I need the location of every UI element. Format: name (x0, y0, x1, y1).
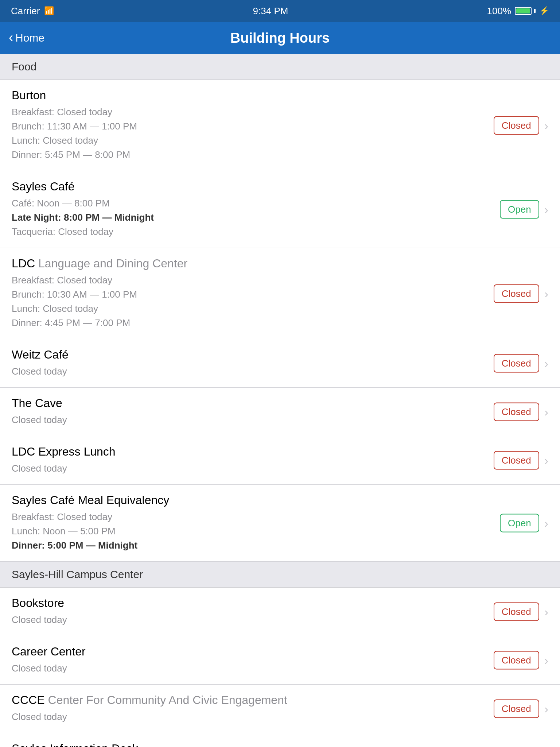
list-item-detail-the-cave: Closed today (12, 413, 490, 427)
list-item-bookstore[interactable]: BookstoreClosed todayClosed› (0, 588, 560, 636)
list-item-the-cave[interactable]: The CaveClosed todayClosed› (0, 388, 560, 436)
list-item-content-sayles-cafe: Sayles CaféCafé: Noon — 8:00 PMLate Nigh… (12, 180, 548, 239)
list-item-right-bookstore: Closed› (494, 603, 548, 621)
list-item-content-ldc: LDC Language and Dining CenterBreakfast:… (12, 257, 548, 330)
list-item-sayles-info[interactable]: Sayles Information Desk11:00 AM — 4:00 P… (0, 733, 560, 747)
wifi-icon: 📶 (44, 6, 54, 16)
list-item-content-career-center: Career CenterClosed today (12, 645, 548, 676)
list-item-ccce[interactable]: CCCE Center For Community And Civic Enga… (0, 685, 560, 733)
list-item-title-ccce: CCCE Center For Community And Civic Enga… (12, 693, 490, 707)
list-item-detail-ldc: Breakfast: Closed today (12, 273, 490, 287)
list-item-detail-sayles-meal: Breakfast: Closed today (12, 510, 490, 524)
list-item-title-ldc: LDC Language and Dining Center (12, 257, 490, 270)
list-item-sayles-cafe[interactable]: Sayles CaféCafé: Noon — 8:00 PMLate Nigh… (0, 171, 560, 248)
list-item-title-burton: Burton (12, 89, 490, 102)
list-item-right-the-cave: Closed› (494, 403, 548, 421)
list-item-weitz-cafe[interactable]: Weitz CaféClosed todayClosed› (0, 339, 560, 388)
chevron-right-icon-sayles-meal: › (544, 516, 548, 530)
list-item-detail-ldc: Dinner: 4:45 PM — 7:00 PM (12, 316, 490, 330)
list-item-content-ccce: CCCE Center For Community And Civic Enga… (12, 693, 548, 724)
list-item-content-bookstore: BookstoreClosed today (12, 596, 548, 627)
battery-icon (515, 7, 536, 15)
status-badge-ccce: Closed (494, 700, 539, 718)
list-item-detail-ccce: Closed today (12, 710, 490, 724)
battery-percent: 100% (487, 5, 512, 17)
status-badge-sayles-cafe: Open (500, 200, 539, 219)
list-item-detail-bookstore: Closed today (12, 613, 490, 627)
list-item-detail-weitz-cafe: Closed today (12, 364, 490, 379)
list-item-burton[interactable]: BurtonBreakfast: Closed todayBrunch: 11:… (0, 80, 560, 171)
list-item-right-sayles-cafe: Open› (500, 200, 548, 219)
chevron-right-icon-burton: › (544, 118, 548, 132)
list-item-detail-career-center: Closed today (12, 661, 490, 676)
list-item-detail-ldc-express: Closed today (12, 461, 490, 476)
content-root: FoodBurtonBreakfast: Closed todayBrunch:… (0, 54, 560, 747)
list-item-title-sayles-meal: Sayles Café Meal Equivalency (12, 494, 490, 507)
list-item-detail-sayles-cafe: Café: Noon — 8:00 PM (12, 196, 490, 210)
status-bar: Carrier 📶 9:34 PM 100% ⚡ (0, 0, 560, 22)
carrier-label: Carrier (11, 5, 40, 17)
list-item-content-sayles-meal: Sayles Café Meal EquivalencyBreakfast: C… (12, 494, 548, 553)
chevron-right-icon-bookstore: › (544, 605, 548, 619)
list-item-content-the-cave: The CaveClosed today (12, 396, 548, 427)
list-item-title-sayles-info: Sayles Information Desk (12, 742, 490, 747)
section-header-sayles-hill: Sayles-Hill Campus Center (0, 562, 560, 588)
list-item-content-weitz-cafe: Weitz CaféClosed today (12, 348, 548, 379)
list-item-right-ldc: Closed› (494, 284, 548, 303)
list-item-career-center[interactable]: Career CenterClosed todayClosed› (0, 636, 560, 685)
section-header-food: Food (0, 54, 560, 80)
list-item-detail-ldc: Lunch: Closed today (12, 302, 490, 316)
list-item-content-sayles-info: Sayles Information Desk11:00 AM — 4:00 P… (12, 742, 548, 747)
list-item-title-weitz-cafe: Weitz Café (12, 348, 490, 361)
status-badge-sayles-meal: Open (500, 514, 539, 533)
list-item-detail-sayles-meal: Dinner: 5:00 PM — Midnight (12, 538, 490, 553)
list-item-right-sayles-meal: Open› (500, 514, 548, 533)
list-item-detail-sayles-cafe: Late Night: 8:00 PM — Midnight (12, 210, 490, 225)
chevron-right-icon-ccce: › (544, 702, 548, 716)
list-item-right-ccce: Closed› (494, 700, 548, 718)
chevron-right-icon-ldc: › (544, 286, 548, 301)
list-item-detail-burton: Brunch: 11:30 AM — 1:00 PM (12, 119, 490, 133)
status-badge-career-center: Closed (494, 651, 539, 670)
page-title: Building Hours (230, 30, 330, 46)
status-badge-bookstore: Closed (494, 603, 539, 621)
list-item-detail-sayles-cafe: Tacqueria: Closed today (12, 225, 490, 239)
list-item-title-career-center: Career Center (12, 645, 490, 658)
status-bar-right: 100% ⚡ (487, 5, 549, 17)
time-label: 9:34 PM (253, 5, 288, 17)
list-item-title-ldc-express: LDC Express Lunch (12, 445, 490, 458)
list-item-detail-burton: Breakfast: Closed today (12, 105, 490, 119)
chevron-right-icon-sayles-cafe: › (544, 202, 548, 217)
list-item-ldc-express[interactable]: LDC Express LunchClosed todayClosed› (0, 436, 560, 485)
list-item-detail-burton: Dinner: 5:45 PM — 8:00 PM (12, 148, 490, 162)
list-item-right-career-center: Closed› (494, 651, 548, 670)
status-badge-burton: Closed (494, 116, 539, 135)
status-badge-weitz-cafe: Closed (494, 354, 539, 373)
nav-bar: ‹ Home Building Hours (0, 22, 560, 54)
list-item-detail-ldc: Brunch: 10:30 AM — 1:00 PM (12, 287, 490, 302)
chevron-right-icon-the-cave: › (544, 405, 548, 419)
chevron-right-icon-weitz-cafe: › (544, 356, 548, 371)
status-badge-ldc-express: Closed (494, 451, 539, 470)
status-badge-the-cave: Closed (494, 403, 539, 421)
status-bar-left: Carrier 📶 (11, 5, 54, 17)
list-item-detail-sayles-meal: Lunch: Noon — 5:00 PM (12, 524, 490, 538)
list-item-right-weitz-cafe: Closed› (494, 354, 548, 373)
list-item-title-sayles-cafe: Sayles Café (12, 180, 490, 193)
list-item-content-ldc-express: LDC Express LunchClosed today (12, 445, 548, 476)
back-button[interactable]: ‹ Home (9, 32, 44, 44)
status-badge-ldc: Closed (494, 284, 539, 303)
bolt-icon: ⚡ (539, 6, 549, 16)
list-item-sayles-meal[interactable]: Sayles Café Meal EquivalencyBreakfast: C… (0, 485, 560, 562)
list-item-title-bookstore: Bookstore (12, 596, 490, 610)
list-item-detail-burton: Lunch: Closed today (12, 133, 490, 148)
list-item-title-the-cave: The Cave (12, 396, 490, 410)
list-item-content-burton: BurtonBreakfast: Closed todayBrunch: 11:… (12, 89, 548, 162)
back-chevron-icon: ‹ (9, 31, 13, 44)
list-item-right-ldc-express: Closed› (494, 451, 548, 470)
chevron-right-icon-career-center: › (544, 653, 548, 667)
list-item-ldc[interactable]: LDC Language and Dining CenterBreakfast:… (0, 248, 560, 339)
list-item-right-burton: Closed› (494, 116, 548, 135)
chevron-right-icon-ldc-express: › (544, 453, 548, 468)
back-label: Home (15, 32, 44, 44)
